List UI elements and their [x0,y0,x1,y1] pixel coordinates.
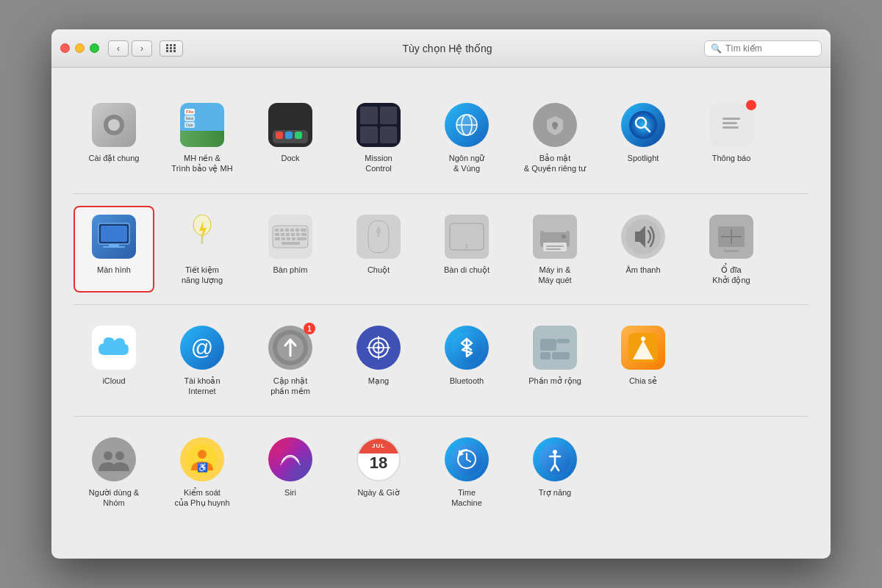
svg-rect-71 [556,339,570,343]
system-preferences-window: ‹ › Tùy chọn Hệ thống 🔍 [51,29,831,559]
icon-keyboard-img [267,213,314,260]
label-language: Ngôn ngữ& Vùng [449,153,485,174]
icon-timemachine-img [443,436,490,483]
item-general[interactable]: Cài đặt chung [74,94,154,182]
label-internet: Tài khoảnInternet [184,376,220,397]
section-1-grid: Cài đặt chung File New Ope [74,94,808,182]
icon-extensions-img [531,324,578,371]
search-box[interactable]: 🔍 [704,40,822,57]
item-sound[interactable]: Âm thanh [603,206,684,293]
label-general: Cài đặt chung [89,153,140,163]
item-keyboard[interactable]: Bàn phím [250,206,331,293]
svg-rect-70 [540,339,556,351]
svg-rect-39 [275,237,280,240]
label-keyboard: Bàn phím [273,265,307,275]
item-sharing[interactable]: Chia sẻ [603,317,684,404]
titlebar: ‹ › Tùy chọn Hệ thống 🔍 [51,29,831,68]
svg-rect-40 [282,237,285,240]
window-title: Tùy chọn Hệ thống [190,43,704,54]
maximize-button[interactable] [90,43,99,53]
item-printer[interactable]: Máy in &Máy quét [514,206,595,293]
item-language[interactable]: Ngôn ngữ& Vùng [426,94,507,182]
search-input[interactable] [725,43,814,54]
svg-point-54 [562,234,566,239]
section-2: Màn hình Tiết kiệmnăng lượng [74,194,808,306]
label-startup: Ổ đĩaKhởi động [712,265,750,286]
svg-rect-36 [291,233,295,236]
grid-icon [166,44,176,52]
item-siri[interactable]: Siri [250,429,331,516]
label-wallpaper: MH nền &Trình bảo vệ MH [171,153,232,174]
item-startup[interactable]: Ổ đĩaKhởi động [691,206,772,293]
label-mission: MissionControl [365,153,392,174]
close-button[interactable] [60,43,70,53]
icon-accessibility-img [531,436,578,483]
icon-printer-img [531,213,578,260]
item-update[interactable]: 1 Cập nhậtphần mềm [250,317,331,404]
item-accessibility[interactable]: Trợ năng [514,429,595,516]
label-timemachine: TimeMachine [451,487,482,509]
item-notification[interactable]: Thông báo [691,94,772,182]
item-dock[interactable]: Dock [250,94,331,182]
icon-notification-img [708,101,755,148]
label-sound: Âm thanh [625,265,660,275]
svg-rect-33 [275,233,279,236]
svg-rect-22 [109,244,119,246]
item-mission[interactable]: MissionControl [338,94,419,182]
svg-rect-21 [101,226,127,242]
item-mouse[interactable]: Chuột [338,206,419,293]
svg-rect-41 [287,237,290,240]
item-energy[interactable]: Tiết kiệmnăng lượng [162,206,243,293]
nav-buttons: ‹ › [108,40,152,57]
item-trackpad[interactable]: Bàn di chuột [426,206,507,293]
icon-security-img [531,101,578,148]
item-icloud[interactable]: iCloud [74,317,154,404]
section-3: iCloud @ Tài khoảnInternet [74,305,808,417]
label-spotlight: Spotlight [628,153,659,163]
section-1: Cài đặt chung File New Ope [74,82,808,194]
section-2-grid: Màn hình Tiết kiệmnăng lượng [74,206,808,293]
item-users[interactable]: Người dùng &Nhóm [74,429,154,516]
svg-rect-4 [276,132,283,139]
svg-rect-43 [297,237,306,240]
item-timemachine[interactable]: TimeMachine [426,429,507,516]
label-trackpad: Bàn di chuột [444,265,490,275]
item-wallpaper[interactable]: File New Ope MH nền &Trình bảo vệ MH [162,94,243,182]
icon-language-img [443,101,490,148]
svg-rect-32 [301,229,306,232]
icon-mission-img [355,101,402,148]
svg-rect-31 [295,229,299,232]
svg-point-46 [376,228,381,234]
svg-text:♿: ♿ [197,462,208,473]
forward-button[interactable]: › [132,40,152,57]
label-mouse: Chuột [368,265,390,275]
item-bluetooth[interactable]: Bluetooth [426,317,507,404]
label-display: Màn hình [97,265,131,275]
label-update: Cập nhậtphần mềm [270,376,310,397]
item-extensions[interactable]: Phần mở rộng [514,317,595,404]
label-parental: Kiểm soátcủa Phụ huynh [174,487,229,509]
back-button[interactable]: ‹ [108,40,129,57]
item-network[interactable]: Mạng [338,317,419,404]
item-display[interactable]: Màn hình [74,206,154,293]
svg-rect-37 [296,233,300,236]
svg-rect-23 [103,246,125,248]
icon-startup-img [708,213,755,260]
item-internet[interactable]: @ Tài khoảnInternet [162,317,243,404]
item-datetime[interactable]: JUL 18 Ngày & Giờ [338,429,419,516]
label-energy: Tiết kiệmnăng lượng [182,265,223,286]
item-spotlight[interactable]: Spotlight [603,94,684,182]
icon-bluetooth-img [443,324,490,371]
icon-sound-img [620,213,667,260]
icon-spotlight-img [620,101,667,148]
item-security[interactable]: Bảo mật& Quyền riêng tư [514,94,595,182]
svg-point-1 [108,119,120,131]
svg-point-77 [104,451,112,460]
svg-rect-30 [290,229,294,232]
item-parental[interactable]: ♿ Kiểm soátcủa Phụ huynh [162,429,243,516]
grid-view-button[interactable] [159,40,183,57]
icon-general-img [90,101,137,148]
svg-rect-53 [546,248,561,250]
icon-network-img [355,324,402,371]
minimize-button[interactable] [75,43,85,53]
